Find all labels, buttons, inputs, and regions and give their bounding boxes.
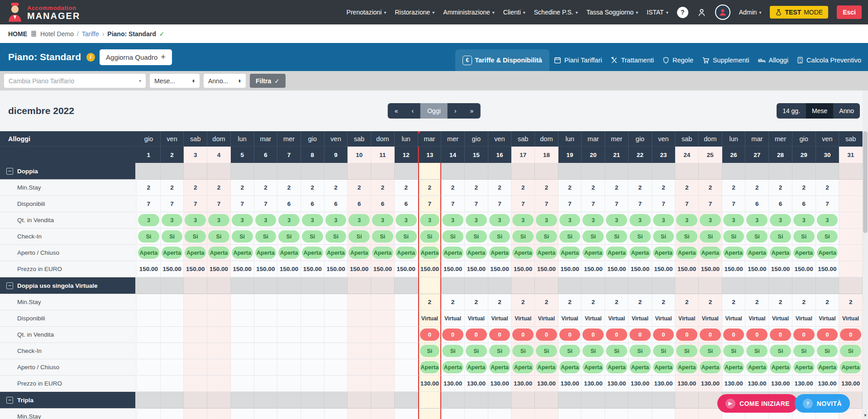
rate-cell[interactable]: Virtual <box>418 310 442 327</box>
rate-cell[interactable]: Virtual <box>839 310 863 327</box>
rate-cell[interactable]: 130.00 <box>605 376 629 392</box>
rate-cell[interactable]: Virtual <box>745 310 769 327</box>
rate-cell[interactable]: 3 <box>371 212 395 229</box>
rate-cell[interactable]: 2 <box>605 294 629 310</box>
rate-cell[interactable]: Si <box>254 229 278 245</box>
rate-cell[interactable] <box>254 409 278 419</box>
rate-cell[interactable]: Si <box>769 229 792 245</box>
group-header-doppia[interactable]: −Doppia <box>0 163 135 180</box>
rate-cell[interactable]: Si <box>324 229 348 245</box>
rate-cell[interactable] <box>348 294 371 310</box>
rate-cell[interactable]: Aperta <box>652 359 676 376</box>
rate-cell[interactable]: Virtual <box>605 310 629 327</box>
rate-cell[interactable] <box>839 212 863 229</box>
rate-cell[interactable]: Si <box>675 229 699 245</box>
rate-cell[interactable] <box>207 343 231 359</box>
rate-cell[interactable] <box>324 376 348 392</box>
rate-cell[interactable]: Aperta <box>418 245 442 261</box>
rate-cell[interactable] <box>395 376 418 392</box>
rate-cell[interactable]: 3 <box>348 212 371 229</box>
rate-cell[interactable]: Si <box>535 343 558 359</box>
rate-cell[interactable]: 150.00 <box>582 261 605 277</box>
rate-cell[interactable]: 150.00 <box>324 261 348 277</box>
rate-cell[interactable] <box>371 376 395 392</box>
rate-cell[interactable]: Si <box>745 343 769 359</box>
rate-cell[interactable]: 3 <box>699 212 722 229</box>
rate-cell[interactable]: 2 <box>582 294 605 310</box>
rate-cell[interactable]: Aperta <box>675 359 699 376</box>
rate-cell[interactable]: 150.00 <box>184 261 207 277</box>
rate-cell[interactable] <box>161 343 184 359</box>
rate-cell[interactable] <box>184 310 207 327</box>
rate-cell[interactable]: 130.00 <box>816 376 839 392</box>
view-14-gg-button[interactable]: 14 gg. <box>777 103 806 119</box>
rate-cell[interactable]: Aperta <box>605 245 629 261</box>
rate-cell[interactable]: 2 <box>348 180 371 196</box>
rate-cell[interactable]: 130.00 <box>582 376 605 392</box>
rate-cell[interactable]: Si <box>582 229 605 245</box>
rate-cell[interactable]: Si <box>839 343 863 359</box>
rate-cell[interactable] <box>254 359 278 376</box>
rate-cell[interactable]: 7 <box>816 196 839 212</box>
rate-cell[interactable]: 7 <box>207 196 231 212</box>
rate-cell[interactable]: 2 <box>699 180 722 196</box>
view-anno-button[interactable]: Anno <box>833 103 860 119</box>
rate-cell[interactable]: Aperta <box>839 359 863 376</box>
rate-cell[interactable]: 2 <box>371 180 395 196</box>
rate-cell[interactable]: 150.00 <box>277 261 301 277</box>
rate-cell[interactable] <box>371 409 395 419</box>
mese-select[interactable]: Mese... ▲▼ <box>150 74 200 88</box>
rate-cell[interactable]: 2 <box>816 180 839 196</box>
rate-cell[interactable]: 3 <box>792 212 816 229</box>
rate-cell[interactable] <box>839 196 863 212</box>
rate-cell[interactable]: 150.00 <box>301 261 324 277</box>
rate-cell[interactable]: 0 <box>722 327 746 343</box>
rate-cell[interactable]: 7 <box>441 196 465 212</box>
rate-cell[interactable]: Aperta <box>675 245 699 261</box>
rate-cell[interactable] <box>254 294 278 310</box>
rate-cell[interactable]: 7 <box>511 196 535 212</box>
rate-cell[interactable]: 0 <box>745 327 769 343</box>
rate-cell[interactable]: Aperta <box>699 359 722 376</box>
rate-cell[interactable]: 2 <box>488 180 512 196</box>
rate-cell[interactable] <box>137 310 161 327</box>
rate-cell[interactable] <box>231 294 254 310</box>
rate-cell[interactable]: 6 <box>301 196 324 212</box>
tab-alloggi[interactable]: Alloggi <box>754 49 793 71</box>
rate-cell[interactable] <box>324 327 348 343</box>
rate-cell[interactable] <box>277 359 301 376</box>
rate-cell[interactable]: Aperta <box>816 359 839 376</box>
rate-cell[interactable] <box>277 376 301 392</box>
rate-cell[interactable]: 7 <box>161 196 184 212</box>
rate-cell[interactable] <box>371 310 395 327</box>
rate-cell[interactable] <box>371 294 395 310</box>
rate-cell[interactable]: Si <box>722 343 746 359</box>
rate-cell[interactable]: 0 <box>675 327 699 343</box>
collapse-icon[interactable]: − <box>6 397 13 404</box>
rate-cell[interactable]: Aperta <box>558 359 582 376</box>
rate-cell[interactable]: Si <box>488 229 512 245</box>
rate-cell[interactable]: 2 <box>675 294 699 310</box>
rate-cell[interactable]: 3 <box>769 212 792 229</box>
rate-cell[interactable]: Aperta <box>722 359 746 376</box>
rate-cell[interactable] <box>301 343 324 359</box>
rate-cell[interactable]: Si <box>161 229 184 245</box>
group-header-tripla[interactable]: −Tripla <box>0 392 135 409</box>
tab-tariffe-disponibilit[interactable]: €Tariffe & Disponibilità <box>455 49 549 71</box>
rate-cell[interactable]: 0 <box>769 327 792 343</box>
rate-cell[interactable]: 2 <box>441 294 465 310</box>
tab-supplementi[interactable]: Supplementi <box>697 49 754 71</box>
rate-cell[interactable]: 150.00 <box>137 261 161 277</box>
rate-cell[interactable]: 130.00 <box>558 376 582 392</box>
rate-cell[interactable] <box>301 376 324 392</box>
rate-cell[interactable] <box>839 229 863 245</box>
rate-cell[interactable]: Si <box>301 229 324 245</box>
rate-cell[interactable]: 130.00 <box>465 376 488 392</box>
rate-cell[interactable]: Aperta <box>441 245 465 261</box>
rate-cell[interactable] <box>301 359 324 376</box>
rate-cell[interactable]: 3 <box>535 212 558 229</box>
rate-cell[interactable]: Si <box>652 229 676 245</box>
rate-cell[interactable] <box>207 327 231 343</box>
rate-cell[interactable]: Aperta <box>769 245 792 261</box>
nav-menu-item-istat[interactable]: ISTAT▾ <box>647 9 668 16</box>
